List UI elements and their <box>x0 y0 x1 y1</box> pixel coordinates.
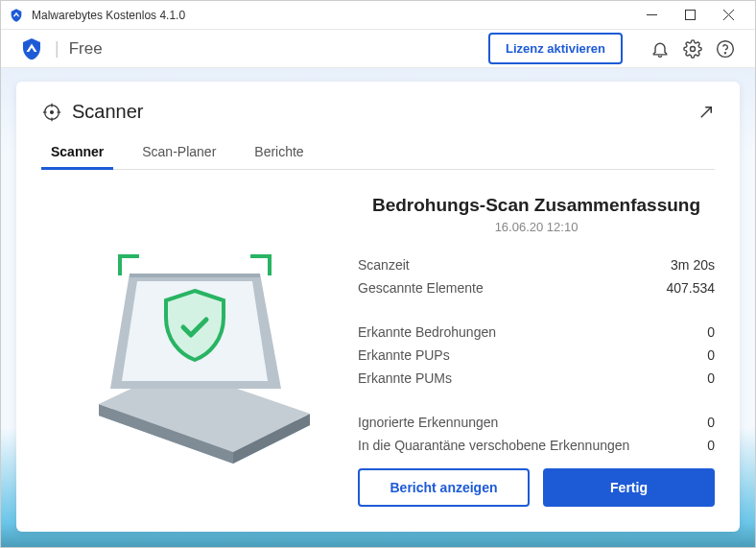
stat-row-threats: Erkannte Bedrohungen 0 <box>358 321 715 344</box>
laptop-illustration <box>41 189 329 507</box>
svg-point-4 <box>691 46 696 51</box>
bell-icon <box>650 39 670 59</box>
stat-row-ignored: Ignorierte Erkennungen 0 <box>358 411 715 434</box>
stat-value: 3m 20s <box>671 257 715 273</box>
gear-icon <box>683 39 702 59</box>
settings-button[interactable] <box>682 38 703 60</box>
scan-summary: Bedrohungs-Scan Zusammenfassung 16.06.20… <box>358 189 715 507</box>
tab-scanner[interactable]: Scanner <box>45 136 109 169</box>
minimize-icon <box>647 10 657 20</box>
app-icon <box>9 8 24 23</box>
stat-value: 0 <box>707 347 715 363</box>
card-title: Scanner <box>72 101 697 123</box>
summary-date: 16.06.20 12:10 <box>358 220 715 234</box>
svg-rect-1 <box>685 11 695 20</box>
svg-point-5 <box>718 40 734 57</box>
titlebar-text: Malwarebytes Kostenlos 4.1.0 <box>32 9 632 22</box>
scanner-icon <box>41 102 62 123</box>
background-area: Scanner Scanner Scan-Planer Berichte <box>1 68 755 547</box>
card-header: Scanner <box>41 101 715 123</box>
close-icon <box>723 10 734 20</box>
svg-point-12 <box>51 110 54 113</box>
stat-row-quarantined: In die Quarantäne verschobene Erkennunge… <box>358 434 715 457</box>
card-content: Bedrohungs-Scan Zusammenfassung 16.06.20… <box>41 189 715 507</box>
stats-group-2: Erkannte Bedrohungen 0 Erkannte PUPs 0 E… <box>358 321 715 390</box>
stat-value: 0 <box>707 415 715 430</box>
stat-label: In die Quarantäne verschobene Erkennunge… <box>358 438 629 453</box>
close-button[interactable] <box>709 1 747 30</box>
stat-row-pups: Erkannte PUPs 0 <box>358 344 715 367</box>
stat-label: Scanzeit <box>358 257 410 273</box>
stat-row-scantime: Scanzeit 3m 20s <box>358 253 715 276</box>
show-report-button[interactable]: Bericht anzeigen <box>358 468 530 507</box>
stat-label: Gescannte Elemente <box>358 280 484 296</box>
help-icon <box>716 39 735 59</box>
stat-label: Erkannte PUMs <box>358 370 452 386</box>
header-title: Free <box>69 39 488 59</box>
stat-label: Ignorierte Erkennungen <box>358 415 498 430</box>
stat-row-pums: Erkannte PUMs 0 <box>358 367 715 390</box>
minimize-button[interactable] <box>632 1 671 30</box>
maximize-button[interactable] <box>671 1 709 30</box>
svg-marker-18 <box>130 274 260 277</box>
header: | Free Lizenz aktivieren <box>1 30 755 68</box>
logo-icon <box>20 37 43 60</box>
done-button[interactable]: Fertig <box>543 468 715 507</box>
collapse-icon[interactable] <box>697 104 715 121</box>
tab-berichte[interactable]: Berichte <box>248 136 309 169</box>
tab-scan-planer[interactable]: Scan-Planer <box>136 136 222 169</box>
header-separator: | <box>55 38 59 59</box>
maximize-icon <box>685 10 696 20</box>
stat-row-scanned-items: Gescannte Elemente 407.534 <box>358 276 715 299</box>
stat-value: 407.534 <box>666 280 715 296</box>
tabs: Scanner Scan-Planer Berichte <box>41 136 715 170</box>
scanner-card: Scanner Scanner Scan-Planer Berichte <box>16 82 740 532</box>
action-buttons: Bericht anzeigen Fertig <box>358 468 715 507</box>
stat-label: Erkannte Bedrohungen <box>358 324 496 340</box>
svg-point-6 <box>725 52 726 53</box>
stat-value: 0 <box>707 324 715 340</box>
help-button[interactable] <box>715 38 736 60</box>
titlebar: Malwarebytes Kostenlos 4.1.0 <box>1 1 755 30</box>
activate-license-button[interactable]: Lizenz aktivieren <box>488 33 623 64</box>
summary-title: Bedrohungs-Scan Zusammenfassung <box>358 195 715 216</box>
stat-value: 0 <box>707 370 715 386</box>
stats-group-1: Scanzeit 3m 20s Gescannte Elemente 407.5… <box>358 253 715 299</box>
stat-value: 0 <box>707 438 715 453</box>
stats-group-3: Ignorierte Erkennungen 0 In die Quarantä… <box>358 411 715 457</box>
notifications-button[interactable] <box>650 38 671 60</box>
stat-label: Erkannte PUPs <box>358 347 450 363</box>
